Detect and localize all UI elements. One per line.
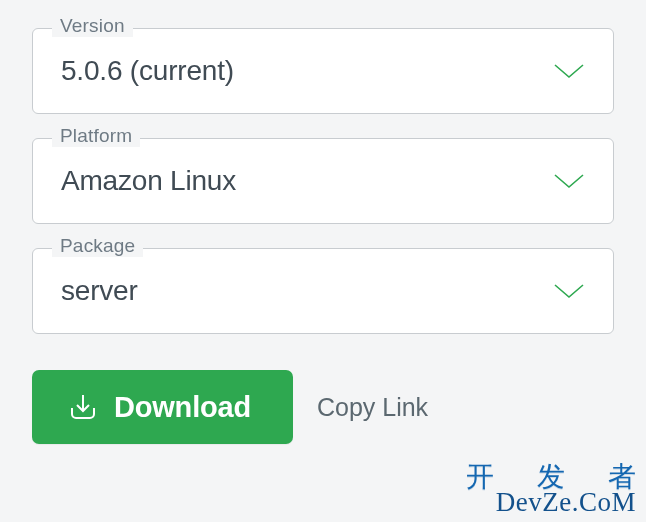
chevron-down-icon xyxy=(553,62,585,80)
copy-link-button[interactable]: Copy Link xyxy=(317,393,428,422)
download-button[interactable]: Download xyxy=(32,370,293,444)
download-button-label: Download xyxy=(114,391,251,424)
watermark-en-text: DevZe.CoM xyxy=(466,489,636,516)
package-select[interactable]: server xyxy=(32,248,614,334)
platform-select[interactable]: Amazon Linux xyxy=(32,138,614,224)
watermark-cn-text: 开 发 者 xyxy=(466,463,646,491)
platform-value: Amazon Linux xyxy=(61,165,236,197)
chevron-down-icon xyxy=(553,282,585,300)
version-label: Version xyxy=(52,15,133,37)
package-field: Package server xyxy=(32,248,614,334)
version-field: Version 5.0.6 (current) xyxy=(32,28,614,114)
package-value: server xyxy=(61,275,138,307)
actions-row: Download Copy Link xyxy=(32,370,614,444)
chevron-down-icon xyxy=(553,172,585,190)
platform-label: Platform xyxy=(52,125,140,147)
package-label: Package xyxy=(52,235,143,257)
download-icon xyxy=(66,390,100,424)
version-select[interactable]: 5.0.6 (current) xyxy=(32,28,614,114)
watermark: 开 发 者 DevZe.CoM xyxy=(466,463,636,516)
platform-field: Platform Amazon Linux xyxy=(32,138,614,224)
version-value: 5.0.6 (current) xyxy=(61,55,234,87)
